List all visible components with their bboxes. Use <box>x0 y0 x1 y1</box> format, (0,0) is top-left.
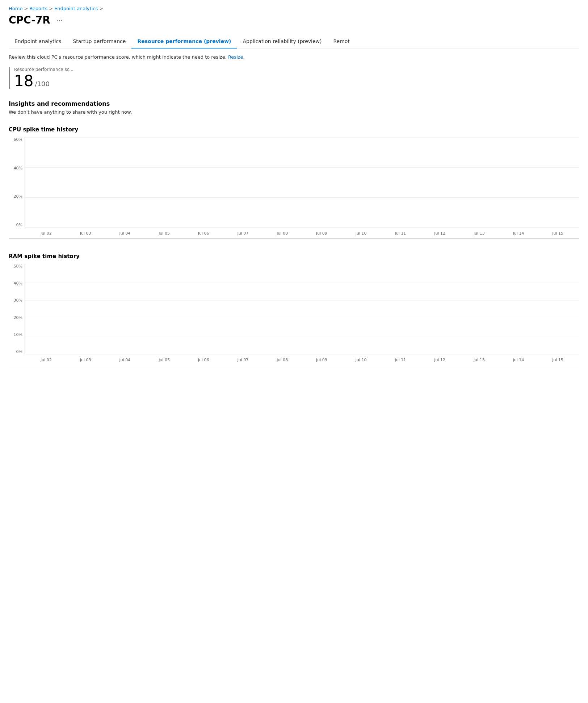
insights-section: Insights and recommendations We don't ha… <box>9 100 579 115</box>
y-label: 20% <box>14 315 22 320</box>
x-label: Jul 11 <box>382 231 419 236</box>
breadcrumb-endpoint-analytics[interactable]: Endpoint analytics <box>54 6 98 11</box>
score-section: Resource performance sc... 18 /100 <box>9 67 579 89</box>
cpu-chart-container: 60%40%20%0% Jul 02Jul 03Jul 04Jul 05Jul … <box>9 137 579 239</box>
breadcrumb-sep-3: > <box>99 6 103 11</box>
breadcrumb-sep-1: > <box>24 6 28 11</box>
x-label: Jul 13 <box>461 231 498 236</box>
cpu-y-axis: 60%40%20%0% <box>9 137 25 227</box>
x-label: Jul 15 <box>539 358 576 362</box>
x-label: Jul 03 <box>67 231 104 236</box>
score-denom: /100 <box>35 80 49 88</box>
x-label: Jul 09 <box>303 231 340 236</box>
x-label: Jul 14 <box>500 231 537 236</box>
tabs-container: Endpoint analytics Startup performance R… <box>9 35 579 49</box>
x-label: Jul 14 <box>500 358 537 362</box>
x-label: Jul 13 <box>461 358 498 362</box>
x-label: Jul 04 <box>106 358 143 362</box>
breadcrumb-sep-2: > <box>49 6 53 11</box>
x-label: Jul 11 <box>382 358 419 362</box>
x-label: Jul 06 <box>185 231 222 236</box>
ram-chart-area: 50%40%30%20%10%0% Jul 02Jul 03Jul 04Jul … <box>9 264 579 365</box>
y-label: 50% <box>14 264 22 269</box>
page-title-row: CPC-7R ··· <box>9 14 579 26</box>
cpu-bars-area <box>25 137 579 227</box>
x-label: Jul 12 <box>421 358 458 362</box>
y-label: 0% <box>16 349 22 354</box>
x-label: Jul 15 <box>539 231 576 236</box>
x-label: Jul 02 <box>28 231 65 236</box>
x-label: Jul 10 <box>343 358 380 362</box>
insights-text: We don't have anything to share with you… <box>9 109 579 115</box>
tab-resource-performance[interactable]: Resource performance (preview) <box>131 35 237 49</box>
insights-title: Insights and recommendations <box>9 100 579 107</box>
x-label: Jul 08 <box>264 358 301 362</box>
ram-x-labels: Jul 02Jul 03Jul 04Jul 05Jul 06Jul 07Jul … <box>25 355 579 365</box>
x-label: Jul 05 <box>146 358 183 362</box>
tab-startup-performance[interactable]: Startup performance <box>67 35 131 49</box>
grid-line <box>25 354 579 354</box>
x-label: Jul 04 <box>106 231 143 236</box>
x-label: Jul 07 <box>224 231 262 236</box>
page-title: CPC-7R <box>9 14 50 26</box>
y-label: 40% <box>14 166 22 171</box>
description-text: Review this cloud PC's resource performa… <box>9 54 579 60</box>
ram-chart-title: RAM spike time history <box>9 253 579 260</box>
x-label: Jul 03 <box>67 358 104 362</box>
cpu-x-labels: Jul 02Jul 03Jul 04Jul 05Jul 06Jul 07Jul … <box>25 228 579 238</box>
score-label: Resource performance sc... <box>14 67 579 72</box>
y-label: 30% <box>14 298 22 303</box>
x-label: Jul 10 <box>343 231 380 236</box>
cpu-chart-section: CPU spike time history 60%40%20%0% Jul 0… <box>9 126 579 239</box>
y-label: 60% <box>14 137 22 142</box>
y-label: 0% <box>16 223 22 227</box>
ram-y-axis: 50%40%30%20%10%0% <box>9 264 25 354</box>
cpu-chart-title: CPU spike time history <box>9 126 579 133</box>
tab-app-reliability[interactable]: Application reliability (preview) <box>237 35 327 49</box>
x-label: Jul 02 <box>28 358 65 362</box>
ram-chart-container: 50%40%30%20%10%0% Jul 02Jul 03Jul 04Jul … <box>9 264 579 365</box>
breadcrumb: Home > Reports > Endpoint analytics > <box>9 6 579 11</box>
x-label: Jul 08 <box>264 231 301 236</box>
x-label: Jul 09 <box>303 358 340 362</box>
tab-remote[interactable]: Remot <box>327 35 355 49</box>
breadcrumb-home[interactable]: Home <box>9 6 22 11</box>
score-value: 18 /100 <box>14 73 579 89</box>
tab-endpoint-analytics[interactable]: Endpoint analytics <box>9 35 67 49</box>
x-label: Jul 07 <box>224 358 262 362</box>
score-number: 18 <box>14 73 33 89</box>
grid-line <box>25 227 579 228</box>
breadcrumb-reports[interactable]: Reports <box>29 6 47 11</box>
ram-bars-area <box>25 264 579 354</box>
y-label: 10% <box>14 332 22 337</box>
x-label: Jul 06 <box>185 358 222 362</box>
x-label: Jul 12 <box>421 231 458 236</box>
x-label: Jul 05 <box>146 231 183 236</box>
cpu-chart-area: 60%40%20%0% Jul 02Jul 03Jul 04Jul 05Jul … <box>9 137 579 238</box>
y-label: 20% <box>14 194 22 199</box>
y-label: 40% <box>14 281 22 286</box>
ellipsis-menu-button[interactable]: ··· <box>55 15 64 25</box>
resize-link[interactable]: Resize. <box>228 54 245 60</box>
ram-chart-section: RAM spike time history 50%40%30%20%10%0%… <box>9 253 579 365</box>
